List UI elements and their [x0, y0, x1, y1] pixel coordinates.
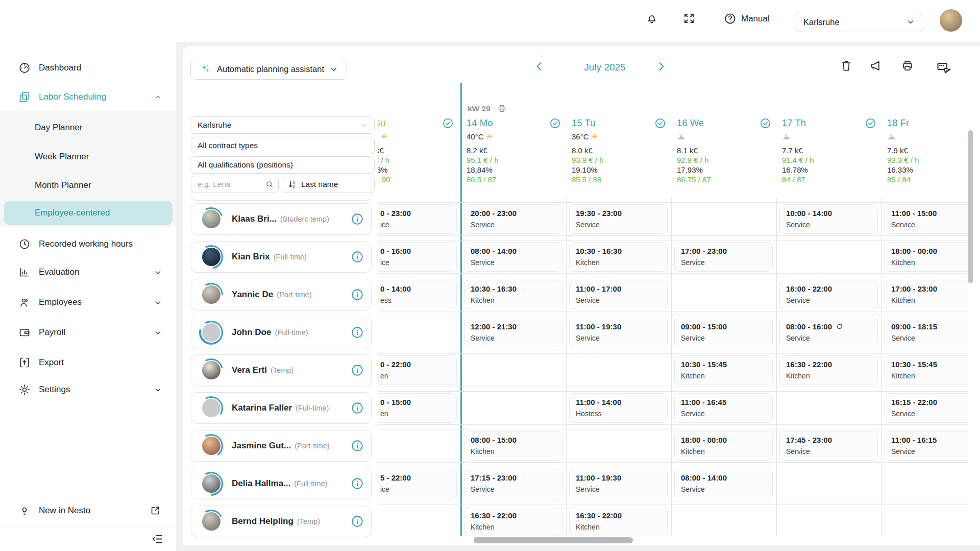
- shift-cell[interactable]: 18:00 - 00:00Kitchen: [674, 431, 773, 461]
- sidebar-item-recorded-working-hours[interactable]: Recorded working hours: [0, 235, 176, 253]
- collapse-sidebar-icon[interactable]: [151, 533, 164, 545]
- shift-cell[interactable]: 11:00 - 17:00Service: [569, 280, 668, 309]
- info-icon[interactable]: [351, 401, 364, 415]
- sidebar-item-dashboard[interactable]: Dashboard: [0, 59, 176, 77]
- manual-link[interactable]: Manual: [724, 12, 770, 25]
- shift-cell[interactable]: 10:30 - 15:45Kitchen: [674, 355, 773, 385]
- shift-cell[interactable]: 11:00 - 16:15Service: [885, 431, 968, 461]
- chevron-down-icon[interactable]: [154, 386, 162, 394]
- employee-card[interactable]: Klaas Bri...(Student temp): [191, 203, 372, 235]
- chevron-down-icon[interactable]: [154, 299, 162, 306]
- search-icon[interactable]: [265, 180, 274, 189]
- shift-cell[interactable]: 11:00 - 16:45Service: [674, 393, 773, 423]
- sidebar-item-day-planner[interactable]: Day Planner: [0, 118, 176, 137]
- shift-cell[interactable]: 08:00 - 14:00Service: [464, 242, 562, 272]
- shift-cell[interactable]: 12:00 - 21:30Service: [464, 318, 562, 347]
- shift-cell[interactable]: 16:30 - 22:00Kitchen: [464, 507, 562, 536]
- shift-cell-partial[interactable]: 0 - 23:00ice: [378, 204, 457, 234]
- day-confirmed-icon[interactable]: [865, 117, 876, 129]
- day-header-label[interactable]: 16 We: [677, 117, 704, 129]
- shift-cell[interactable]: 08:00 - 16:00Service: [779, 318, 878, 347]
- fullscreen-icon[interactable]: [682, 12, 696, 25]
- employee-card[interactable]: Kian Brix(Full-time): [191, 241, 372, 273]
- sidebar-item-evaluation[interactable]: Evaluation: [0, 263, 176, 281]
- shift-cell[interactable]: 09:00 - 18:15Service: [885, 318, 968, 347]
- shift-cell[interactable]: 08:00 - 14:00Service: [674, 469, 773, 498]
- previous-month-arrow[interactable]: [533, 60, 546, 75]
- shift-cell[interactable]: 08:00 - 15:00Kitchen: [464, 431, 562, 461]
- shift-cell-partial[interactable]: 0 - 14:00ess: [378, 280, 457, 309]
- shift-cell-partial[interactable]: 0 - 22:00en: [378, 355, 457, 385]
- employee-card[interactable]: John Doe(Full-time): [191, 317, 372, 348]
- printer-icon[interactable]: [901, 59, 914, 73]
- day-header-label[interactable]: 17 Th: [782, 117, 806, 129]
- new-in-nesto-link[interactable]: New in Nesto: [0, 501, 176, 520]
- shift-cell[interactable]: 10:30 - 15:45Kitchen: [885, 355, 968, 385]
- sidebar-item-employees[interactable]: Employees: [0, 293, 176, 312]
- sidebar-item-payroll[interactable]: Payroll: [0, 323, 176, 342]
- shift-cell[interactable]: 11:00 - 19:30Service: [569, 318, 668, 347]
- automatic-planning-assistant-button[interactable]: Automatic planning assistant: [190, 59, 347, 80]
- shift-cell[interactable]: 17:00 - 23:00Kitchen: [885, 280, 968, 309]
- info-icon[interactable]: [351, 515, 364, 528]
- info-icon[interactable]: [351, 477, 364, 490]
- next-month-arrow[interactable]: [655, 60, 667, 75]
- shift-cell-partial[interactable]: 5 - 22:00ice: [378, 469, 457, 498]
- sidebar-item-week-planner[interactable]: Week Planner: [0, 148, 176, 166]
- info-icon[interactable]: [351, 326, 364, 339]
- shift-cell[interactable]: 10:30 - 16:30Kitchen: [464, 280, 562, 309]
- info-icon[interactable]: [351, 250, 364, 263]
- shift-cell[interactable]: 16:30 - 22:00Kitchen: [779, 355, 878, 385]
- vertical-scrollbar[interactable]: [968, 130, 973, 283]
- trash-icon[interactable]: [840, 59, 853, 73]
- chevron-down-icon[interactable]: [154, 329, 162, 337]
- employee-card[interactable]: Bernd Helpling(Temp): [191, 506, 372, 537]
- shift-cell[interactable]: 17:00 - 23:00Service: [674, 242, 773, 272]
- filter-contract-types-select[interactable]: All contract types: [191, 137, 375, 154]
- shift-cell[interactable]: 18:00 - 00:00Kitchen: [885, 242, 968, 272]
- shift-cell[interactable]: 19:30 - 23:00Service: [569, 204, 668, 234]
- notifications-bell-icon[interactable]: [645, 12, 658, 25]
- horizontal-scrollbar[interactable]: [474, 537, 633, 543]
- shift-cell-partial[interactable]: 0 - 16:00ice: [378, 242, 457, 272]
- day-confirmed-icon[interactable]: [442, 117, 454, 129]
- shift-cell[interactable]: 10:30 - 16:30Kitchen: [569, 242, 668, 272]
- sidebar-item-settings[interactable]: Settings: [0, 380, 176, 399]
- sidebar-item-month-planner[interactable]: Month Planner: [0, 176, 176, 195]
- day-header-label[interactable]: 14 Mo: [467, 117, 493, 129]
- shift-cell[interactable]: 17:45 - 23:00Service: [779, 431, 878, 461]
- sort-by-last-name-button[interactable]: AZ Last name: [282, 176, 375, 193]
- shift-cell[interactable]: 11:00 - 15:00Service: [885, 204, 968, 234]
- employee-card[interactable]: Yannic De(Part-time): [191, 279, 372, 310]
- info-icon[interactable]: [351, 288, 364, 301]
- employee-card[interactable]: Jasmine Gut...(Part-time): [191, 430, 372, 462]
- filter-qualifications-select[interactable]: All qualifications (positions): [191, 156, 375, 174]
- day-confirmed-icon[interactable]: [549, 117, 561, 129]
- shift-cell-partial[interactable]: 0 - 15:00en: [378, 393, 457, 423]
- month-label[interactable]: July 2025: [564, 62, 646, 73]
- shift-cell[interactable]: 16:30 - 22:00Kitchen: [569, 507, 668, 536]
- day-header-label[interactable]: 15 Tu: [572, 117, 595, 129]
- day-confirmed-icon[interactable]: [654, 117, 666, 129]
- shift-cell[interactable]: 20:00 - 23:00Service: [464, 204, 562, 234]
- day-header-label[interactable]: 18 Fr: [887, 117, 909, 129]
- day-confirmed-icon[interactable]: [760, 117, 771, 129]
- shift-cell[interactable]: 10:00 - 14:00Service: [779, 204, 878, 234]
- shift-cell[interactable]: 11:00 - 19:30Service: [569, 469, 668, 498]
- chevron-up-icon[interactable]: [154, 93, 162, 101]
- chevron-down-icon[interactable]: [154, 269, 162, 276]
- employee-card[interactable]: Delia Hallma...(Full-time): [191, 468, 372, 499]
- location-select[interactable]: Karlsruhe: [795, 12, 923, 32]
- info-icon[interactable]: [351, 439, 364, 452]
- employee-card[interactable]: Vera Ertl(Temp): [191, 354, 372, 386]
- send-schedule-icon[interactable]: [936, 59, 953, 75]
- shift-cell[interactable]: 09:00 - 15:00Service: [674, 318, 773, 347]
- external-link-icon[interactable]: [150, 505, 161, 516]
- shift-cell[interactable]: 11:00 - 14:00Hostess: [569, 393, 668, 423]
- shift-cell[interactable]: 16:15 - 22:00Service: [885, 393, 968, 423]
- sidebar-item-export[interactable]: Export: [0, 353, 176, 372]
- user-avatar[interactable]: [940, 9, 962, 32]
- sidebar-item-employee-centered[interactable]: Employee-centered: [4, 201, 173, 225]
- shift-cell[interactable]: 17:15 - 23:00Service: [464, 469, 562, 498]
- sidebar-item-labor-scheduling[interactable]: Labor Scheduling: [0, 88, 176, 106]
